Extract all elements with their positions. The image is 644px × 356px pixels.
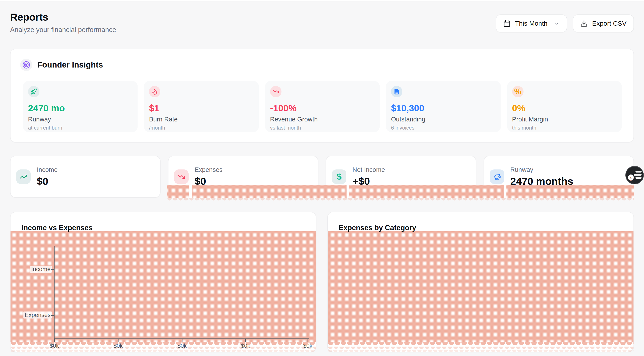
export-csv-button[interactable]: Export CSV [573, 15, 634, 33]
export-csv-label: Export CSV [592, 20, 626, 27]
stat-label: Net Income [352, 166, 385, 173]
x-tick-label: $0k [236, 342, 256, 349]
chart-title: Expenses by Category [339, 224, 416, 232]
piggy-bank-icon [493, 173, 501, 181]
insight-label: Runway [28, 116, 132, 123]
insight-value: 2470 mo [28, 103, 132, 114]
y-axis-line [54, 246, 54, 339]
stat-value: $0 [37, 175, 58, 187]
insight-label: Profit Margin [512, 116, 616, 123]
x-axis-line [54, 338, 309, 339]
trending-down-icon [272, 88, 279, 95]
x-tick-label: $0k [108, 342, 128, 349]
insight-grid: 2470 mo Runway at current burn $1 Burn R… [23, 81, 622, 132]
dollar-icon: $ [337, 172, 342, 182]
rocket-icon [30, 88, 37, 95]
insight-sublabel: 6 invoices [391, 125, 495, 131]
target-icon-wrap [20, 59, 32, 71]
file-text-icon-wrap [391, 86, 402, 97]
trending-down-icon-wrap [174, 169, 188, 184]
insight-value: 0% [512, 103, 616, 114]
overlay-notch [189, 185, 192, 198]
flame-icon [151, 88, 158, 95]
insight-value: $10,300 [391, 103, 495, 114]
overlay-lace-edge [10, 350, 316, 353]
file-text-icon [394, 88, 400, 95]
insight-label: Outstanding [391, 116, 495, 123]
insight-value: $1 [149, 103, 253, 114]
overlay-lace-edge [328, 346, 634, 350]
x-tick-label: $0k [298, 342, 318, 349]
chart-card-expenses-by-category: Expenses by Category [327, 212, 634, 352]
insight-sublabel: at current burn [28, 125, 132, 131]
trending-down-icon [178, 173, 185, 181]
founder-insights-header: Founder Insights [20, 59, 103, 71]
insight-label: Burn Rate [149, 116, 253, 123]
rocket-icon-wrap [28, 86, 40, 97]
piggy-bank-icon-wrap [490, 169, 504, 184]
stat-label: Expenses [195, 166, 222, 173]
insight-card-burn-rate: $1 Burn Rate /month [144, 81, 258, 132]
overlay-lace-edge [328, 350, 634, 353]
trending-up-icon [20, 173, 28, 181]
period-label: This Month [515, 20, 548, 27]
x-tick-mark [54, 339, 55, 342]
highlight-overlay-stats [167, 185, 634, 198]
list-line-icon [636, 177, 642, 179]
header-controls: This Month Export CSV [496, 15, 634, 33]
chart-card-income-vs-expenses: Income vs Expenses Income Expenses $0k $… [10, 212, 316, 352]
insight-card-profit-margin: % 0% Profit Margin this month [507, 81, 622, 132]
period-selector-button[interactable]: This Month [496, 15, 567, 33]
insight-card-runway: 2470 mo Runway at current burn [23, 81, 138, 132]
x-tick-mark [245, 339, 246, 342]
insight-sublabel: /month [149, 125, 253, 131]
dollar-icon-wrap: $ [332, 169, 346, 184]
overlay-notch [504, 185, 506, 198]
target-icon [22, 61, 30, 69]
percent-icon-wrap: % [512, 86, 524, 97]
y-tick-label-expenses: Expenses [17, 312, 52, 318]
trending-up-icon-wrap [16, 169, 31, 184]
trending-down-icon-wrap [270, 86, 282, 97]
insight-card-revenue-growth: -100% Revenue Growth vs last month [265, 81, 380, 132]
floating-widget-button[interactable]: ▲ [626, 166, 644, 184]
triangle-icon: ▲ [628, 174, 634, 180]
insight-card-outstanding: $10,300 Outstanding 6 invoices [386, 81, 500, 132]
x-tick-label: $0k [172, 342, 192, 349]
stat-label: Runway [510, 166, 573, 173]
founder-insights-panel: Founder Insights 2470 mo Runway at curre… [10, 49, 634, 143]
chevron-down-icon [554, 20, 560, 27]
highlight-overlay-chart [328, 231, 634, 342]
x-tick-mark [308, 339, 308, 342]
insight-sublabel: vs last month [270, 125, 374, 131]
download-icon [580, 20, 588, 27]
page-subtitle: Analyze your financial performance [10, 26, 116, 34]
list-line-icon [636, 171, 642, 173]
list-line-icon [634, 174, 642, 176]
x-tick-label: $0k [44, 342, 64, 349]
percent-icon: % [514, 87, 521, 96]
x-tick-mark [118, 339, 118, 342]
stat-card-income: Income $0 [10, 156, 160, 198]
y-tick-label-income: Income [17, 266, 52, 273]
x-tick-mark [182, 339, 182, 342]
founder-insights-title: Founder Insights [37, 60, 103, 70]
highlight-overlay-chart [10, 231, 316, 342]
overlay-notch [346, 185, 349, 198]
overlay-lace-edge [328, 342, 634, 346]
page-header: Reports Analyze your financial performan… [10, 11, 116, 34]
insight-label: Revenue Growth [270, 116, 374, 123]
y-tick-mark [51, 315, 54, 316]
chart-title: Income vs Expenses [22, 224, 93, 232]
insight-sublabel: this month [512, 125, 616, 131]
insight-value: -100% [270, 103, 374, 114]
y-tick-mark [51, 269, 54, 270]
calendar-icon [503, 20, 510, 27]
window-top-strip [0, 0, 644, 2]
flame-icon-wrap [149, 86, 160, 97]
stat-label: Income [37, 166, 58, 173]
page-title: Reports [10, 11, 116, 23]
